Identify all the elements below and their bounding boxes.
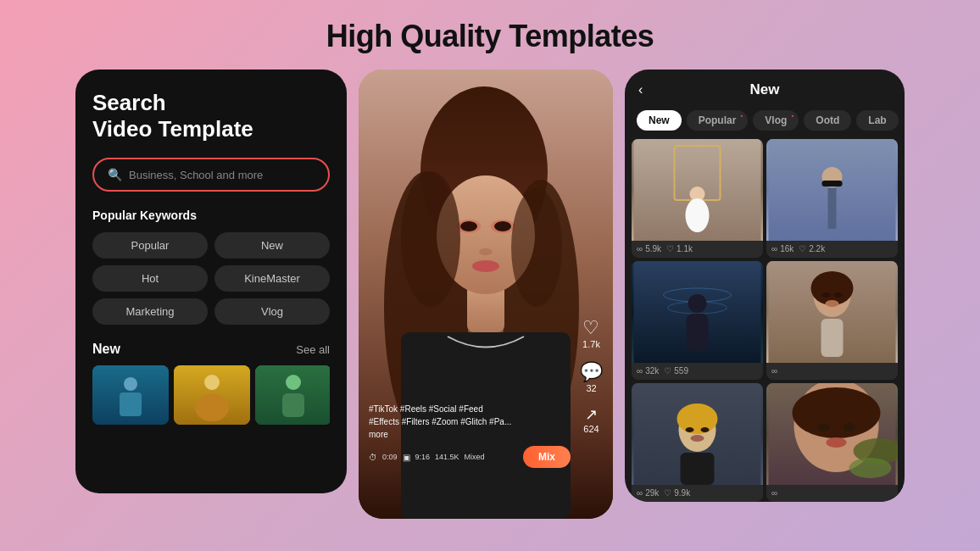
thumb-1[interactable]: [92, 365, 169, 425]
grid-item-1[interactable]: ∞ 5.9k ♡ 1.1k: [632, 139, 763, 258]
loop-stat-2: ∞ 16k: [771, 244, 793, 253]
grid-img-5: [632, 383, 763, 485]
tab-vlog[interactable]: Vlog: [753, 110, 799, 131]
like-stat-1: ♡ 1.1k: [666, 244, 693, 253]
phone3-title: New: [750, 81, 780, 98]
grid-stats-4: ∞: [766, 363, 898, 379]
thumb-3[interactable]: [255, 365, 330, 425]
svg-point-35: [688, 294, 707, 313]
page-title: High Quality Templates: [326, 19, 654, 54]
grid-img-6: [766, 383, 898, 485]
grid-item-3[interactable]: ∞ 32k ♡ 559: [632, 261, 763, 380]
new-thumbnails: [92, 365, 330, 425]
loop-stat-3: ∞ 32k: [637, 366, 659, 376]
grid-img-1: [632, 139, 763, 241]
keyword-kinemaster[interactable]: KineMaster: [214, 265, 330, 292]
video-info: #TikTok #Reels #Social #Feed#Effects #Fi…: [369, 403, 571, 468]
back-button[interactable]: ‹: [638, 82, 643, 97]
svg-point-41: [834, 292, 843, 298]
keyword-vlog[interactable]: Vlog: [214, 298, 330, 325]
grid-img-4: [766, 261, 898, 363]
loop-stat-6: ∞: [771, 488, 777, 498]
views: 141.5K: [435, 453, 459, 461]
heart-icon-3: ♡: [664, 366, 671, 376]
share-icon: ↗: [585, 407, 598, 422]
like-action[interactable]: ♡ 1.7k: [582, 319, 600, 349]
svg-point-17: [460, 221, 477, 231]
video-content: ♡ 1.7k 💬 32 ↗ 624 #TikTok #Reels #Social…: [359, 70, 613, 519]
svg-point-4: [204, 375, 220, 390]
phone-video: ♡ 1.7k 💬 32 ↗ 624 #TikTok #Reels #Social…: [359, 70, 613, 519]
keyword-popular[interactable]: Popular: [92, 232, 208, 259]
clock-icon: ⏱: [369, 453, 377, 462]
new-section-header: New See all: [92, 342, 330, 357]
comment-action[interactable]: 💬 32: [580, 363, 603, 393]
grid-stats-1: ∞ 5.9k ♡ 1.1k: [632, 241, 763, 257]
keyword-marketing[interactable]: Marketing: [92, 298, 208, 325]
mix-button[interactable]: Mix: [523, 446, 571, 468]
search-title: Search Video Template: [92, 90, 330, 142]
share-count: 624: [583, 424, 599, 434]
grid-stats-2: ∞ 16k ♡ 2.2k: [766, 241, 898, 257]
keyword-new[interactable]: New: [214, 232, 330, 259]
svg-point-47: [686, 427, 694, 432]
svg-rect-43: [821, 319, 844, 357]
svg-point-1: [124, 377, 137, 391]
svg-point-40: [822, 292, 831, 298]
tab-popular[interactable]: Popular: [687, 110, 749, 131]
loop-stat-1: ∞ 5.9k: [637, 244, 661, 253]
tab-lab[interactable]: Lab: [856, 110, 898, 131]
phone3-header: ‹ New: [625, 70, 905, 105]
infinity-icon-2: ∞: [771, 244, 777, 253]
svg-rect-31: [828, 188, 837, 229]
phone-browse: ‹ New New Popular Vlog Ootd Lab: [625, 70, 905, 502]
svg-point-42: [826, 300, 839, 307]
see-all-link[interactable]: See all: [296, 343, 330, 356]
phone3-inner: ‹ New New Popular Vlog Ootd Lab: [625, 70, 905, 502]
grid-item-6[interactable]: ∞: [766, 383, 898, 502]
svg-point-53: [793, 387, 881, 438]
svg-rect-2: [120, 392, 142, 416]
grid-stats-3: ∞ 32k ♡ 559: [632, 363, 763, 379]
grid-stats-6: ∞: [766, 485, 898, 501]
svg-point-18: [494, 221, 511, 231]
grid-img-2: [766, 139, 898, 241]
svg-point-58: [849, 458, 892, 478]
keyword-hot[interactable]: Hot: [92, 265, 208, 292]
heart-icon: ♡: [582, 319, 599, 337]
grid-item-2[interactable]: ∞ 16k ♡ 2.2k: [766, 139, 898, 258]
infinity-icon-1: ∞: [637, 244, 643, 253]
svg-point-7: [286, 375, 301, 390]
tab-new[interactable]: New: [637, 110, 682, 131]
thumb-2[interactable]: [174, 365, 250, 425]
svg-point-23: [511, 188, 562, 307]
infinity-icon-5: ∞: [637, 488, 643, 498]
grid-item-4[interactable]: ∞: [766, 261, 898, 380]
comment-icon: 💬: [580, 363, 603, 381]
meta-info: ⏱ 0:09 ▣ 9:16 141.5K Mixed: [369, 453, 485, 462]
svg-point-19: [479, 248, 493, 255]
like-stat-5: ♡ 9.9k: [664, 488, 690, 498]
search-icon: 🔍: [108, 168, 122, 181]
type: Mixed: [465, 453, 485, 461]
svg-point-56: [827, 437, 847, 448]
svg-point-55: [844, 423, 855, 431]
video-meta: ⏱ 0:09 ▣ 9:16 141.5K Mixed Mix: [369, 446, 571, 468]
infinity-icon-4: ∞: [771, 366, 777, 376]
svg-rect-30: [822, 181, 843, 186]
heart-icon-5: ♡: [664, 488, 671, 498]
like-stat-3: ♡ 559: [664, 366, 688, 376]
infinity-icon-6: ∞: [771, 488, 777, 498]
search-box[interactable]: 🔍 Business, School and more: [92, 158, 330, 192]
phone-search: Search Video Template 🔍 Business, School…: [75, 70, 347, 493]
like-count: 1.7k: [582, 339, 600, 349]
grid-stats-5: ∞ 29k ♡ 9.9k: [632, 485, 763, 501]
share-action[interactable]: ↗ 624: [583, 407, 599, 434]
tab-ootd[interactable]: Ootd: [804, 110, 851, 131]
grid-img-3: [632, 261, 763, 363]
heart-icon-2: ♡: [799, 244, 806, 253]
popular-keywords-label: Popular Keywords: [92, 209, 330, 222]
grid-item-5[interactable]: ∞ 29k ♡ 9.9k: [632, 383, 763, 502]
svg-rect-50: [681, 453, 715, 485]
svg-point-46: [677, 404, 718, 434]
